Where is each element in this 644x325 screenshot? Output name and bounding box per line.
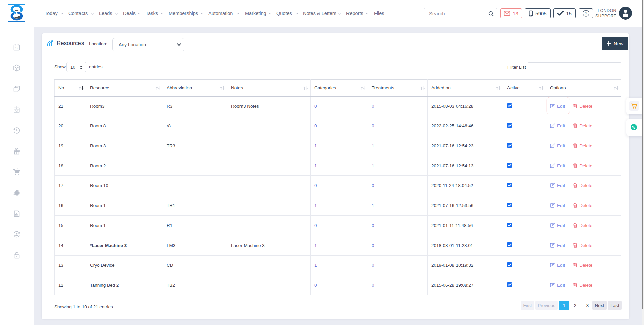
svg-text:12: 12 <box>15 46 18 50</box>
